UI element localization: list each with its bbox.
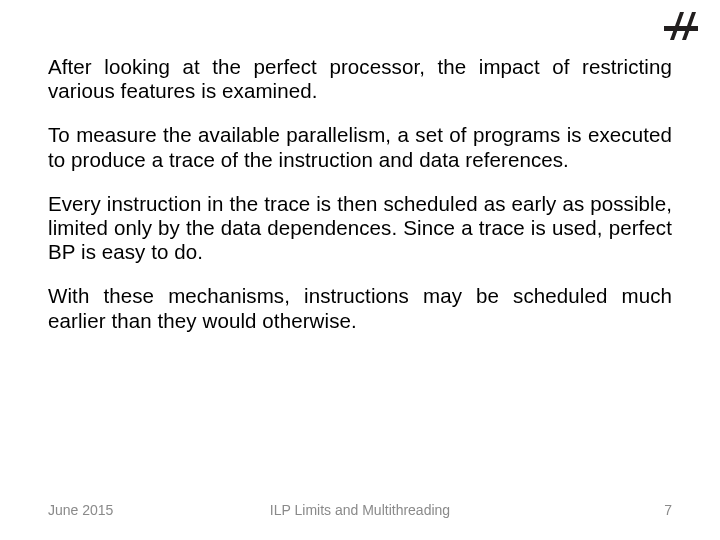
paragraph-3: Every instruction in the trace is then s… [48,192,672,265]
paragraph-4: With these mechanisms, instructions may … [48,284,672,332]
paragraph-2: To measure the available parallelism, a … [48,123,672,171]
paragraph-1: After looking at the perfect processor, … [48,55,672,103]
svg-rect-3 [664,26,698,31]
footer-title: ILP Limits and Multithreading [48,502,672,518]
slide: After looking at the perfect processor, … [0,0,720,540]
technion-logo-icon [660,6,704,46]
footer-pagenum: 7 [664,502,672,518]
